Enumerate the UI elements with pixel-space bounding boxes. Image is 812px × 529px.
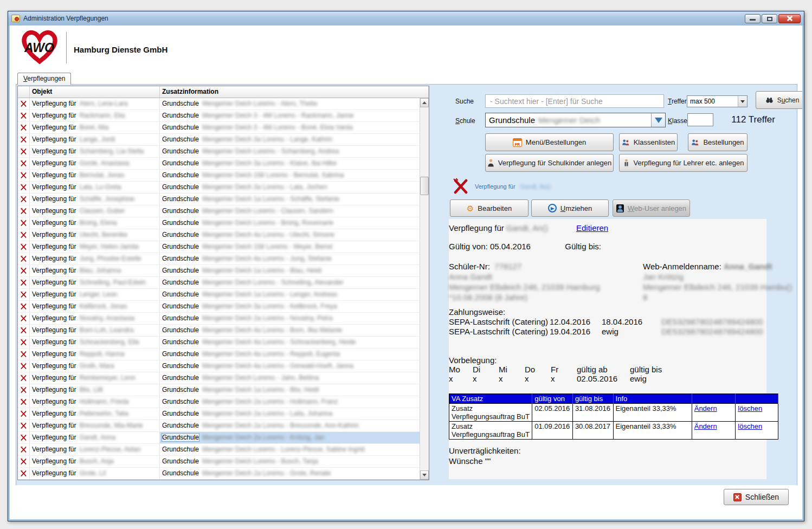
row-info-redacted: Mengemer Deich 2a Lorems - Laila, Johann… xyxy=(202,410,332,417)
schule-dropdown-button[interactable] xyxy=(651,113,665,127)
row-objekt-prefix: Verpflegung für xyxy=(32,302,76,310)
web-anmeldename-label: Web-Anmeldenname: xyxy=(643,262,721,271)
row-name-redacted: Born-Loh, Leandra xyxy=(79,326,133,334)
table-scrollbar[interactable] xyxy=(420,98,429,480)
table-row[interactable]: Verpflegung fürBrürig, Elena Grundschule… xyxy=(18,217,420,229)
table-row[interactable]: Verpflegung fürBlix, Lilli GrundschuleMe… xyxy=(18,384,420,396)
maximize-button[interactable] xyxy=(762,14,777,23)
table-row[interactable]: Verpflegung fürLata, Lu-Greta Grundschul… xyxy=(18,182,420,193)
table-row[interactable]: Verpflegung fürLange, Jordi GrundschuleM… xyxy=(18,134,420,146)
row-info-cell: GrundschuleMengemer Deich Lorems - Schne… xyxy=(160,277,420,288)
schule-combobox[interactable]: Grundschule Mengemer Deich xyxy=(485,113,666,127)
table-row[interactable]: Verpflegung fürBernulat, Jonas Grundschu… xyxy=(18,170,420,182)
klasse-input[interactable] xyxy=(687,113,713,126)
banner-name-redacted: Gandt, An() xyxy=(520,183,551,190)
row-objekt-prefix: Verpflegung für xyxy=(32,207,76,215)
student-block: Schüler-Nr: 778127 Anna Gandt Mengemer E… xyxy=(449,261,639,302)
scroll-up-button[interactable] xyxy=(420,98,429,107)
klassenlisten-button[interactable]: Klassenlisten xyxy=(619,133,678,151)
table-row[interactable]: Verpflegung fürUtecht, Berenike Grundsch… xyxy=(18,229,420,241)
row-info-prefix: Grundschule xyxy=(162,326,199,334)
table-row[interactable]: Verpflegung fürAters, Lena-Lara Grundsch… xyxy=(18,98,420,110)
anlegen-lehrer-button[interactable]: Verpflegung für Lehrer etc. anlegen xyxy=(619,154,747,172)
row-name-redacted: Aters, Lena-Lara xyxy=(79,100,127,107)
row-objekt-cell: Verpflegung fürSchnelling, Paul-Edwin xyxy=(30,277,160,288)
anlegen-schulkinder-button[interactable]: Verpflegung für Schulkinder anlegen xyxy=(485,154,614,172)
row-objekt-cell: Verpflegung fürLata, Lu-Greta xyxy=(30,182,160,193)
table-row[interactable]: Verpflegung fürJung, Phoebe-Estelle Grun… xyxy=(18,253,420,265)
meal-crossed-cutlery-icon xyxy=(18,134,30,145)
treffer-select[interactable]: max 500 xyxy=(687,95,747,107)
row-name-redacted: Busch, Anja xyxy=(79,457,113,465)
table-row[interactable]: Verpflegung fürBressonde, Mia-Marie Grun… xyxy=(18,420,420,432)
row-name-redacted: Groth, Mara xyxy=(79,362,114,370)
menu-bestellungen-button[interactable]: FR Menü/Bestellungen xyxy=(485,133,614,151)
meal-crossed-cutlery-icon xyxy=(18,289,30,300)
table-row[interactable]: Verpflegung fürBlau, Johanna Grundschule… xyxy=(18,265,420,277)
row-info-redacted: Mengemer Deich 3 - 4M Lorems - Rackmann,… xyxy=(202,112,353,119)
zahlung-row: SEPA-Lastschrift (Catering)12.04.201618.… xyxy=(449,317,763,327)
treffer-dropdown-button[interactable] xyxy=(738,96,747,107)
aendern-link[interactable]: Ändern xyxy=(694,404,717,412)
umziehen-button[interactable]: Umziehen xyxy=(531,199,609,217)
zahlung-art: SEPA-Lastschrift (Catering) xyxy=(449,327,550,337)
table-row[interactable]: Verpflegung fürBorn-Loh, Leandra Grundsc… xyxy=(18,325,420,337)
table-row[interactable]: Verpflegung fürGandt, Anna GrundschuleMe… xyxy=(18,432,420,444)
tab-verpflegungen[interactable]: Verpflegungen xyxy=(17,73,71,85)
row-info-cell: GrundschuleMengemer Deich Lorems - Brüri… xyxy=(160,217,420,229)
table-row[interactable]: Verpflegung fürKellbrock, Jonas Grundsch… xyxy=(18,301,420,313)
loeschen-link[interactable]: löschen xyxy=(738,404,762,412)
editieren-link[interactable]: Editieren xyxy=(576,223,608,233)
scrollbar-thumb[interactable] xyxy=(420,177,429,195)
row-objekt-prefix: Verpflegung für xyxy=(32,183,76,191)
table-row[interactable]: Verpflegung fürGorde, Anastasia Grundsch… xyxy=(18,158,420,170)
table-row[interactable]: Verpflegung fürMeyer, Helen-Jamila Grund… xyxy=(18,241,420,253)
bearbeiten-button[interactable]: ⚙ Bearbeiten xyxy=(450,199,529,217)
vb-value: x xyxy=(525,374,551,383)
suchen-button[interactable]: Suchen xyxy=(756,91,802,109)
schliessen-button[interactable]: Schließen xyxy=(724,489,789,505)
table-row[interactable]: Verpflegung fürBorel, Mia GrundschuleMen… xyxy=(18,122,420,134)
table-row[interactable]: Verpflegung fürReinkemeyer, Lenn Grundsc… xyxy=(18,372,420,384)
scroll-down-button[interactable] xyxy=(420,470,429,480)
loeschen-link[interactable]: löschen xyxy=(738,422,762,430)
table-row[interactable]: Verpflegung fürScharnberg, Lia-Stella Gr… xyxy=(18,146,420,158)
titlebar[interactable]: Administration Verpflegungen xyxy=(8,11,804,25)
table-row[interactable]: Verpflegung fürGroth, Mara GrundschuleMe… xyxy=(18,360,420,372)
web-user-anlegen-button[interactable]: Web-User anlegen xyxy=(613,199,690,217)
meal-crossed-cutlery-icon xyxy=(18,122,30,133)
table-row[interactable]: Verpflegung fürSchäffe, Josephine Grunds… xyxy=(18,193,420,205)
schliessen-label: Schließen xyxy=(745,493,779,501)
table-row[interactable]: Verpflegung fürPellerwehn, Talia Grundsc… xyxy=(18,408,420,420)
close-button[interactable] xyxy=(778,14,801,23)
col-header-icon[interactable] xyxy=(18,86,30,98)
row-objekt-cell: Verpflegung fürGandt, Anna xyxy=(30,432,160,443)
aendern-link[interactable]: Ändern xyxy=(694,422,717,430)
col-header-objekt[interactable]: Objekt xyxy=(30,86,160,98)
table-row[interactable]: Verpflegung fürHollmann, Frieda Grundsch… xyxy=(18,396,420,408)
row-info-prefix: Grundschule xyxy=(162,207,199,215)
row-info-cell: GrundschuleMengemer Deich 2a Lorems - Ho… xyxy=(160,396,420,408)
col-header-zusatzinformation[interactable]: Zusatzinformation xyxy=(160,86,429,98)
table-row[interactable]: Verpflegung fürBusch, Anja GrundschuleMe… xyxy=(18,456,420,468)
meal-crossed-cutlery-icon xyxy=(18,360,30,372)
table-row[interactable]: Verpflegung fürSchnackenberg, Ella Grund… xyxy=(18,337,420,349)
table-row[interactable]: Verpflegung fürReppolt, Hanna Grundschul… xyxy=(18,349,420,360)
awo-logo: AWO xyxy=(16,28,65,67)
row-name-redacted: Pellerwehn, Talia xyxy=(79,410,128,417)
row-objekt-cell: Verpflegung fürSchäffe, Josephine xyxy=(30,193,160,205)
table-row[interactable]: Verpflegung fürClausen, Guber Grundschul… xyxy=(18,205,420,217)
table-row[interactable]: Verpflegung fürSchnelling, Paul-Edwin Gr… xyxy=(18,277,420,289)
bestellungen-button[interactable]: Bestellungen xyxy=(688,133,747,151)
table-row[interactable]: Verpflegung fürLorenz-Plesse, Aidan Grun… xyxy=(18,444,420,456)
row-name-redacted: Lata, Lu-Greta xyxy=(79,183,121,191)
row-info-redacted: Mengemer Deich Lorems - Scharnberg, Andr… xyxy=(202,147,339,155)
search-input[interactable] xyxy=(485,94,664,108)
minimize-button[interactable] xyxy=(745,14,761,23)
table-row[interactable]: Verpflegung fürNovatny, Anastasia Grunds… xyxy=(18,313,420,325)
table-row[interactable]: Verpflegung fürLenger, Leon GrundschuleM… xyxy=(18,289,420,301)
row-name-redacted: Schäffe, Josephine xyxy=(79,195,134,203)
table-row[interactable]: Verpflegung fürRackmann, Elia Grundschul… xyxy=(18,110,420,122)
table-row[interactable]: Verpflegung fürGrote, Lil GrundschuleMen… xyxy=(18,468,420,480)
minimize-icon xyxy=(750,19,756,21)
